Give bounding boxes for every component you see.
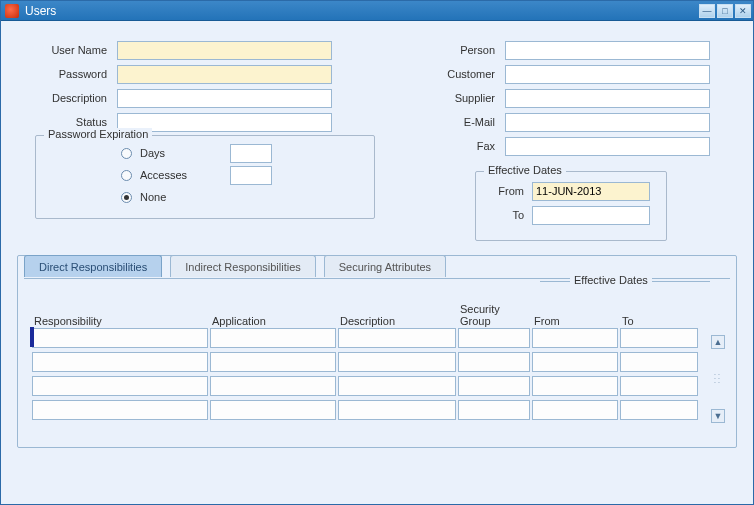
col-application: Application: [210, 315, 338, 327]
eff-to-label: To: [484, 209, 532, 221]
table-row[interactable]: [32, 399, 722, 421]
minimize-button[interactable]: —: [699, 4, 715, 18]
password-label: Password: [17, 68, 117, 80]
fax-label: Fax: [415, 140, 505, 152]
cell-description[interactable]: [338, 352, 456, 372]
cell-application[interactable]: [210, 352, 336, 372]
titlebar: Users — □ ✕: [1, 1, 753, 21]
grid-scrollbar[interactable]: ▲ ······ ▼: [710, 335, 726, 423]
cell-to[interactable]: [620, 328, 698, 348]
eff-from-input[interactable]: [532, 182, 650, 201]
password-input[interactable]: [117, 65, 332, 84]
cell-responsibility[interactable]: [32, 400, 208, 420]
scroll-down-button[interactable]: ▼: [711, 409, 725, 423]
cell-application[interactable]: [210, 400, 336, 420]
cell-security-group[interactable]: [458, 376, 530, 396]
effective-dates-legend: Effective Dates: [484, 164, 566, 176]
none-radio-label: None: [140, 191, 230, 203]
col-security-group: Security Group: [458, 303, 532, 327]
left-form-column: User Name Password Description Status Pa…: [17, 39, 375, 219]
fax-input[interactable]: [505, 137, 710, 156]
tab-body: Effective Dates Responsibility Applicati…: [24, 278, 730, 433]
tab-securing-attributes[interactable]: Securing Attributes: [324, 255, 446, 277]
grid-headers: Responsibility Application Description S…: [32, 285, 722, 327]
cell-application[interactable]: [210, 328, 336, 348]
scroll-up-button[interactable]: ▲: [711, 335, 725, 349]
customer-label: Customer: [415, 68, 505, 80]
password-expiration-group: Password Expiration Days Accesses None: [35, 135, 375, 219]
table-row[interactable]: [32, 351, 722, 373]
responsibilities-tabs: Direct Responsibilities Indirect Respons…: [17, 255, 737, 448]
cell-to[interactable]: [620, 376, 698, 396]
description-label: Description: [17, 92, 117, 104]
grid-rows: [32, 327, 722, 421]
days-radio[interactable]: [121, 148, 132, 159]
col-to: To: [620, 315, 700, 327]
close-button[interactable]: ✕: [735, 4, 751, 18]
users-window: Users — □ ✕ User Name Password Descripti…: [0, 0, 754, 505]
cell-from[interactable]: [532, 376, 618, 396]
cell-responsibility[interactable]: [32, 328, 208, 348]
content-area: User Name Password Description Status Pa…: [1, 21, 753, 458]
status-label: Status: [17, 116, 117, 128]
cell-security-group[interactable]: [458, 328, 530, 348]
cell-to[interactable]: [620, 400, 698, 420]
eff-from-label: From: [484, 185, 532, 197]
cell-description[interactable]: [338, 328, 456, 348]
cell-from[interactable]: [532, 352, 618, 372]
user-name-input[interactable]: [117, 41, 332, 60]
supplier-input[interactable]: [505, 89, 710, 108]
description-input[interactable]: [117, 89, 332, 108]
cell-from[interactable]: [532, 400, 618, 420]
cell-description[interactable]: [338, 400, 456, 420]
user-name-label: User Name: [17, 44, 117, 56]
email-input[interactable]: [505, 113, 710, 132]
person-input[interactable]: [505, 41, 710, 60]
supplier-label: Supplier: [415, 92, 505, 104]
current-row-indicator: [30, 327, 34, 347]
cell-security-group[interactable]: [458, 400, 530, 420]
tab-indirect-responsibilities[interactable]: Indirect Responsibilities: [170, 255, 316, 277]
person-label: Person: [415, 44, 505, 56]
col-from: From: [532, 315, 620, 327]
tab-direct-responsibilities[interactable]: Direct Responsibilities: [24, 255, 162, 277]
col-responsibility: Responsibility: [32, 315, 210, 327]
cell-description[interactable]: [338, 376, 456, 396]
cell-application[interactable]: [210, 376, 336, 396]
accesses-radio[interactable]: [121, 170, 132, 181]
eff-to-input[interactable]: [532, 206, 650, 225]
none-radio[interactable]: [121, 192, 132, 203]
cell-responsibility[interactable]: [32, 352, 208, 372]
cell-from[interactable]: [532, 328, 618, 348]
scroll-grip-icon[interactable]: ······: [713, 373, 723, 385]
days-radio-label: Days: [140, 147, 230, 159]
table-row[interactable]: [32, 327, 722, 349]
customer-input[interactable]: [505, 65, 710, 84]
cell-responsibility[interactable]: [32, 376, 208, 396]
grid-effective-dates-legend: Effective Dates: [540, 281, 710, 282]
maximize-button[interactable]: □: [717, 4, 733, 18]
accesses-value-input[interactable]: [230, 166, 272, 185]
table-row[interactable]: [32, 375, 722, 397]
cell-to[interactable]: [620, 352, 698, 372]
col-description: Description: [338, 315, 458, 327]
accesses-radio-label: Accesses: [140, 169, 230, 181]
email-label: E-Mail: [415, 116, 505, 128]
window-title: Users: [25, 4, 697, 18]
effective-dates-group: Effective Dates From To: [475, 171, 667, 241]
right-form-column: Person Customer Supplier E-Mail Fax: [415, 39, 737, 241]
cell-security-group[interactable]: [458, 352, 530, 372]
password-expiration-legend: Password Expiration: [44, 128, 152, 140]
days-value-input[interactable]: [230, 144, 272, 163]
oracle-icon: [5, 4, 19, 18]
